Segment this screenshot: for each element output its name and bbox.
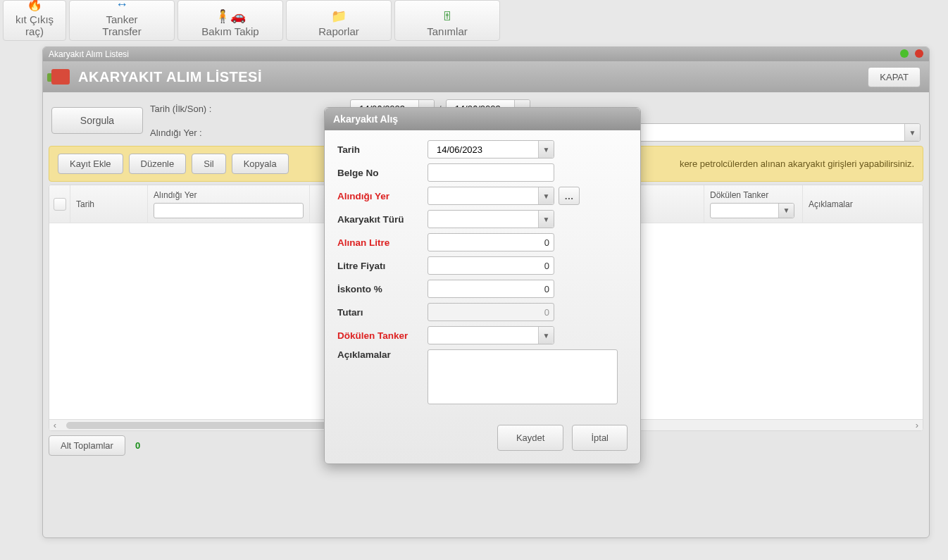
col-tanker-label[interactable]: Dökülen Tanker xyxy=(710,190,797,200)
dlg-place-combo[interactable]: ▼ xyxy=(428,187,554,205)
dlg-docno-input[interactable] xyxy=(428,163,554,182)
dlg-price-input[interactable] xyxy=(428,256,554,275)
dlg-date-input[interactable]: ▼ xyxy=(428,140,554,158)
top-ribbon: 🔥 kıt Çıkış raç) ↔ Tanker Transfer 🧍🚗 Ba… xyxy=(0,0,948,41)
ribbon-reports[interactable]: 📁 Raporlar xyxy=(286,0,392,41)
copy-button[interactable]: Kopyala xyxy=(232,154,289,174)
dlg-tanker-combo[interactable]: ▼ xyxy=(428,326,554,344)
dlg-amount-input xyxy=(428,303,554,321)
ribbon-label: Bakım Takip xyxy=(201,25,258,37)
lbl-belge: Belge No xyxy=(337,168,420,178)
add-record-button[interactable]: Kayıt Ekle xyxy=(58,154,123,174)
dialog-titlebar[interactable]: Akaryakıt Alış xyxy=(325,108,640,130)
dlg-tanker-field[interactable] xyxy=(432,327,532,344)
chevron-down-icon[interactable]: ▼ xyxy=(778,204,794,218)
info-hint-text: kere petrolcülerden alınan akaryakıt gir… xyxy=(680,158,914,169)
scroll-right-icon[interactable]: › xyxy=(911,420,923,430)
minimize-icon[interactable] xyxy=(900,49,909,58)
filter-icon xyxy=(54,198,66,211)
ribbon-label: Tanker xyxy=(106,13,137,25)
fuel-purchase-dialog: Akaryakıt Alış Tarih ▼ Belge No Alındığı… xyxy=(324,107,641,464)
ribbon-label: Raporlar xyxy=(318,25,359,37)
lbl-tur: Akaryakıt Türü xyxy=(337,214,420,225)
dlg-fueltype-field[interactable] xyxy=(432,211,532,228)
chevron-down-icon[interactable]: ▼ xyxy=(538,187,554,204)
col-place-filter[interactable] xyxy=(154,203,304,218)
dlg-litre-input[interactable] xyxy=(428,233,554,251)
subtotals-button[interactable]: Alt Toplamlar xyxy=(49,435,125,456)
col-date-label[interactable]: Tarih xyxy=(76,199,142,209)
ribbon-tanker-transfer[interactable]: ↔ Tanker Transfer xyxy=(69,0,175,41)
page-heading: AKARYAKIT ALIM LİSTESİ xyxy=(78,69,262,85)
place-label: Alındığı Yer : xyxy=(150,127,343,138)
col-place-label[interactable]: Alındığı Yer xyxy=(154,190,304,200)
save-button[interactable]: Kaydet xyxy=(497,425,563,451)
lbl-tarih: Tarih xyxy=(337,144,420,155)
query-button[interactable]: Sorgula xyxy=(51,107,143,134)
dlg-notes-input[interactable] xyxy=(428,349,618,404)
dlg-place-field[interactable] xyxy=(432,187,532,204)
window-titlebar[interactable]: Akaryakıt Alım Listesi xyxy=(43,47,929,61)
dlg-place-lookup-button[interactable]: … xyxy=(559,187,580,205)
transfer-icon: ↔ xyxy=(116,0,128,12)
lbl-tanker: Dökülen Tanker xyxy=(337,330,420,341)
lbl-aciklama: Açıklamalar xyxy=(337,349,420,360)
col-tanker-filter-field[interactable] xyxy=(715,204,773,218)
lbl-tutar: Tutarı xyxy=(337,307,420,318)
ribbon-label: Transfer xyxy=(102,25,141,37)
maintenance-icon: 🧍🚗 xyxy=(215,9,246,24)
close-icon[interactable] xyxy=(915,49,923,58)
ribbon-fuel-out[interactable]: 🔥 kıt Çıkış raç) xyxy=(3,0,66,41)
dlg-discount-input[interactable] xyxy=(428,280,554,298)
col-tanker-filter[interactable]: ▼ xyxy=(710,203,794,218)
ribbon-label: Tanımlar xyxy=(427,25,468,37)
delete-button[interactable]: Sil xyxy=(192,154,225,174)
ribbon-label: raç) xyxy=(25,25,44,37)
date-range-label: Tarih (İlk/Son) : xyxy=(150,104,343,114)
fuel-icon: 🔥 xyxy=(27,0,42,12)
window-title-text: Akaryakıt Alım Listesi xyxy=(49,49,129,59)
chevron-down-icon[interactable]: ▼ xyxy=(904,124,920,141)
reports-icon: 📁 xyxy=(331,9,347,24)
scroll-left-icon[interactable]: ‹ xyxy=(49,420,61,430)
col-notes-label[interactable]: Açıklamalar xyxy=(809,199,917,209)
chevron-down-icon[interactable]: ▼ xyxy=(538,211,554,228)
dialog-title-text: Akaryakıt Alış xyxy=(333,113,398,125)
close-button[interactable]: KAPAT xyxy=(868,67,921,87)
cancel-button[interactable]: İptal xyxy=(572,425,628,451)
ribbon-definitions[interactable]: 🎚 Tanımlar xyxy=(394,0,500,41)
subtotal-value: 0 xyxy=(135,440,140,451)
ribbon-label: kıt Çıkış xyxy=(15,13,54,25)
ribbon-maintenance[interactable]: 🧍🚗 Bakım Takip xyxy=(177,0,283,41)
settings-icon: 🎚 xyxy=(441,9,454,24)
chevron-down-icon[interactable]: ▼ xyxy=(538,327,554,344)
lbl-litre: Alınan Litre xyxy=(337,237,420,248)
lbl-fiyat: Litre Fiyatı xyxy=(337,261,420,271)
chevron-down-icon[interactable]: ▼ xyxy=(538,141,554,158)
dlg-fueltype-combo[interactable]: ▼ xyxy=(428,210,554,228)
lbl-yer: Alındığı Yer xyxy=(337,191,420,201)
dlg-date-field[interactable] xyxy=(432,141,532,158)
grid-filter-button[interactable] xyxy=(49,185,70,223)
truck-icon xyxy=(51,69,70,85)
window-controls xyxy=(896,49,923,60)
lbl-iskonto: İskonto % xyxy=(337,284,420,294)
page-header: AKARYAKIT ALIM LİSTESİ KAPAT xyxy=(43,61,929,92)
edit-button[interactable]: Düzenle xyxy=(129,154,187,174)
